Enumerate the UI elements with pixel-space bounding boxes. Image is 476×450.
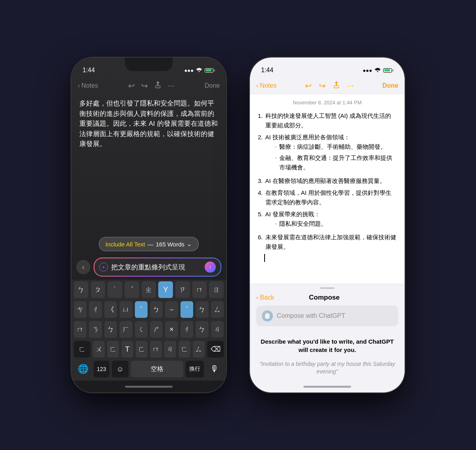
nav-back-2[interactable]: ‹ Notes: [256, 82, 276, 89]
return-key[interactable]: 換行: [186, 361, 204, 377]
more-icon-2[interactable]: ···: [347, 81, 354, 90]
add-icon[interactable]: +: [99, 263, 108, 271]
key-fall[interactable]: ˋ: [180, 301, 193, 318]
list-item-2: 2. AI 技術被廣泛應用於各個領域： ◦ 醫療：病症診斷、手術輔助、藥物開發。…: [258, 133, 397, 174]
redo-icon-2[interactable]: ↪: [319, 81, 326, 90]
input-text[interactable]: 把文章的重點條列式呈現: [111, 263, 202, 272]
more-icon-1[interactable]: ···: [168, 81, 175, 90]
key-q[interactable]: ㄑ: [135, 321, 148, 338]
keyboard-row-1: ㄅ ㄆ ˙ ˊ ㄓ Y ㄗ ㄇ ㄖ: [71, 280, 226, 300]
phone-2-screen: 1:44 ●●● ‹ Notes ↩: [250, 58, 405, 392]
key-j2[interactable]: ㄐ: [164, 341, 176, 358]
key-z[interactable]: ㄗ: [175, 281, 190, 298]
chatgpt-icon: [262, 310, 273, 321]
compose-input-field[interactable]: Compose with ChatGPT: [256, 306, 398, 326]
key-v[interactable]: ˇ: [135, 301, 148, 318]
sub-item-2-2: ◦ 金融、教育和交通：提升了工作效率和提供市場機會。: [275, 153, 397, 172]
nav-done-1[interactable]: Done: [205, 82, 220, 89]
wifi-icon-1: [196, 67, 202, 73]
key-m1[interactable]: ㄇ: [74, 321, 86, 338]
key-dot[interactable]: ˙: [107, 281, 122, 298]
chevron-left-icon-3: ‹: [256, 82, 258, 89]
key-mo[interactable]: ㄇ: [192, 281, 207, 298]
list-item-6: 6. 未來發展需在道德和法律上加強規範，確保技術健康發展。: [258, 233, 397, 252]
plus-icon: +: [102, 264, 105, 270]
nav-back-1[interactable]: ‹ Notes: [78, 82, 98, 89]
key-b3[interactable]: ㄅ: [104, 321, 117, 338]
globe-key[interactable]: 🌐: [75, 361, 91, 377]
input-back-button[interactable]: ‹: [76, 260, 90, 274]
include-pill[interactable]: Include All Text — 165 Words ⌄: [99, 237, 199, 251]
key-f3[interactable]: ㄈ: [136, 341, 148, 358]
home-indicator-2: [250, 381, 405, 392]
nav-bar-2: ‹ Notes ↩ ↪ ··· Done: [250, 77, 405, 94]
emoji-key[interactable]: ☺: [112, 361, 129, 377]
key-b4[interactable]: ㄅ: [196, 321, 208, 338]
key-y[interactable]: Y: [158, 281, 173, 298]
chevron-left-icon-1: ‹: [78, 82, 80, 89]
home-bar-1: [125, 386, 173, 388]
nav-done-2[interactable]: Done: [382, 82, 398, 89]
list-item-1-text: 科技的快速發展使人工智慧 (AI) 成為現代生活的重要組成部分。: [265, 111, 397, 130]
key-h[interactable]: ㄏ: [119, 321, 132, 338]
key-c[interactable]: ㄘ: [74, 301, 86, 318]
sub-list-2: ◦ 醫療：病症診斷、手術輔助、藥物開發。 ◦ 金融、教育和交通：提升了工作效率和…: [275, 142, 397, 172]
text-cursor: [264, 254, 265, 262]
compose-back-button[interactable]: ‹ Back: [256, 294, 274, 301]
share-icon-2[interactable]: [333, 81, 340, 90]
key-zhi[interactable]: ㄓ: [142, 281, 156, 298]
send-icon: ↑: [209, 264, 212, 270]
sub-item-5-1-text: 隱私和安全問題。: [279, 219, 327, 229]
key-t[interactable]: T: [121, 341, 133, 358]
key-x[interactable]: ×: [165, 321, 178, 338]
key-j[interactable]: ㄐ: [211, 321, 224, 338]
input-field-wrapper[interactable]: + 把文章的重點條列式呈現 ↑: [94, 258, 221, 277]
key-po[interactable]: ㄆ: [91, 281, 106, 298]
space-key[interactable]: 空格: [131, 361, 183, 377]
key-b1[interactable]: ㄅ: [150, 301, 163, 318]
key-bo[interactable]: ㄅ: [74, 281, 88, 298]
status-time-2: 1:44: [261, 67, 273, 74]
backspace-key[interactable]: ⌫: [207, 341, 224, 358]
sub-list-5: ◦ 隱私和安全問題。: [275, 219, 327, 229]
chevron-left-icon-2: ‹: [82, 263, 84, 271]
key-ch2[interactable]: ㄔ: [180, 321, 193, 338]
undo-icon-1[interactable]: ↩: [128, 81, 135, 90]
key-f4[interactable]: ㄈ: [178, 341, 190, 358]
key-m2[interactable]: ㄇ: [150, 341, 162, 358]
compose-description: Describe what you'd like to write, and C…: [250, 331, 405, 357]
nav-back-label-2: Notes: [260, 82, 276, 89]
key-r[interactable]: ㄖ: [209, 281, 224, 298]
input-field-inner: + 把文章的重點條列式呈現 ↑: [94, 258, 221, 276]
key-f2[interactable]: ㄈ: [107, 341, 119, 358]
compose-back-label: Back: [260, 294, 274, 301]
undo-icon-2[interactable]: ↩: [305, 81, 312, 90]
mic-key[interactable]: 🎙: [206, 361, 223, 377]
notes-text-1: 多好處，但也引發了隱私和安全問題。如何平衡技術的進步與個人資料的保護，成為當前的…: [79, 98, 218, 149]
list-item-4-text: 在教育領域，AI 用於個性化學習，提供針對學生需求定制的教學內容。: [265, 188, 397, 207]
share-icon-1[interactable]: [154, 81, 161, 90]
key-f1[interactable]: ㄈ: [74, 341, 90, 358]
notes-date: November 8, 2024 at 1:44 PM: [258, 99, 397, 107]
key-u2[interactable]: ㄨ: [93, 341, 105, 358]
key-dbl[interactable]: 《: [104, 301, 117, 318]
key-dash[interactable]: －: [165, 301, 178, 318]
svg-rect-0: [155, 86, 160, 88]
send-button[interactable]: ↑: [205, 262, 216, 273]
key-b2[interactable]: ㄅ: [196, 301, 208, 318]
key-sh[interactable]: ㄕ: [150, 321, 163, 338]
key-rise[interactable]: ˊ: [125, 281, 139, 298]
key-n[interactable]: ㄋ: [89, 321, 102, 338]
key-u[interactable]: ㄩ: [119, 301, 132, 318]
key-s[interactable]: ㄙ: [211, 301, 224, 318]
numbers-key[interactable]: 123: [94, 361, 109, 377]
keyboard-bottom-row: 🌐 123 ☺ 空格 換行 🎙: [71, 359, 226, 381]
redo-icon-1[interactable]: ↪: [141, 81, 148, 90]
notes-content-1: 多好處，但也引發了隱私和安全問題。如何平衡技術的進步與個人資料的保護，成為當前的…: [71, 94, 226, 234]
status-icons-2: ●●●: [363, 67, 393, 73]
list-item-2-content: AI 技術被廣泛應用於各個領域： ◦ 醫療：病症診斷、手術輔助、藥物開發。 ◦ …: [265, 133, 397, 174]
compose-handle: [250, 284, 405, 292]
key-ch[interactable]: ㄔ: [89, 301, 102, 318]
key-s2[interactable]: ㄙ: [193, 341, 205, 358]
battery-icon-1: [205, 68, 215, 73]
